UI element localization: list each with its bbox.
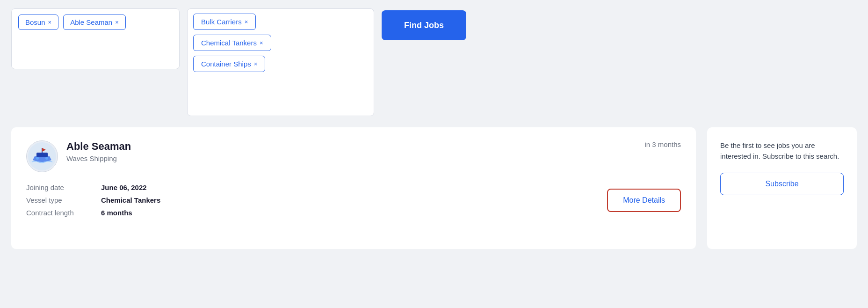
container-ships-label: Container Ships [201, 60, 251, 68]
contract-length-label: Contract length [26, 209, 101, 217]
job-company: Waves Shipping [66, 154, 636, 162]
job-header: Able Seaman Waves Shipping in 3 months [26, 140, 681, 172]
svg-rect-1 [36, 153, 48, 157]
bulk-carriers-label: Bulk Carriers [201, 18, 242, 26]
svg-point-4 [36, 157, 39, 160]
job-timing: in 3 months [644, 140, 681, 148]
bulk-carriers-tag[interactable]: Bulk Carriers × [193, 14, 256, 30]
job-title: Able Seaman [66, 140, 636, 153]
job-card: Able Seaman Waves Shipping in 3 months J… [11, 127, 696, 249]
svg-point-5 [45, 157, 48, 160]
job-title-wrap: Able Seaman Waves Shipping [66, 140, 636, 162]
container-ships-tag[interactable]: Container Ships × [193, 56, 265, 72]
able-seaman-tag-close[interactable]: × [115, 19, 119, 25]
bosun-tag[interactable]: Bosun × [18, 15, 58, 30]
bosun-tag-label: Bosun [25, 18, 45, 26]
vessel-type-value: Chemical Tankers [101, 196, 681, 204]
bosun-tag-close[interactable]: × [48, 19, 52, 25]
contract-length-value: 6 months [101, 209, 681, 217]
joining-date-value: June 06, 2022 [101, 183, 681, 191]
vessel-selector-wrap: Bulk Carriers × Chemical Tankers × Conta… [187, 8, 374, 116]
container-ships-close[interactable]: × [254, 60, 258, 67]
vessel-selector[interactable]: Bulk Carriers × Chemical Tankers × Conta… [187, 8, 374, 116]
chemical-tankers-tag[interactable]: Chemical Tankers × [193, 35, 271, 51]
role-tags-box: Bosun × Able Seaman × [11, 8, 180, 69]
subscribe-text: Be the first to see jobs you are interes… [720, 140, 844, 161]
chemical-tankers-label: Chemical Tankers [201, 39, 257, 47]
listing-area: Able Seaman Waves Shipping in 3 months J… [11, 127, 857, 249]
more-details-button[interactable]: More Details [607, 189, 681, 212]
avatar [26, 140, 58, 172]
subscribe-button[interactable]: Subscribe [720, 173, 844, 195]
chemical-tankers-close[interactable]: × [260, 39, 263, 46]
job-details: Joining date June 06, 2022 Vessel type C… [26, 183, 681, 217]
able-seaman-tag[interactable]: Able Seaman × [63, 15, 126, 30]
find-jobs-button[interactable]: Find Jobs [382, 10, 466, 40]
bulk-carriers-close[interactable]: × [245, 18, 248, 25]
subscribe-panel: Be the first to see jobs you are interes… [707, 127, 857, 249]
search-area: Bosun × Able Seaman × Bulk Carriers × Ch… [11, 8, 857, 116]
able-seaman-tag-label: Able Seaman [70, 18, 112, 26]
vessel-type-label: Vessel type [26, 196, 101, 204]
joining-date-label: Joining date [26, 183, 101, 191]
